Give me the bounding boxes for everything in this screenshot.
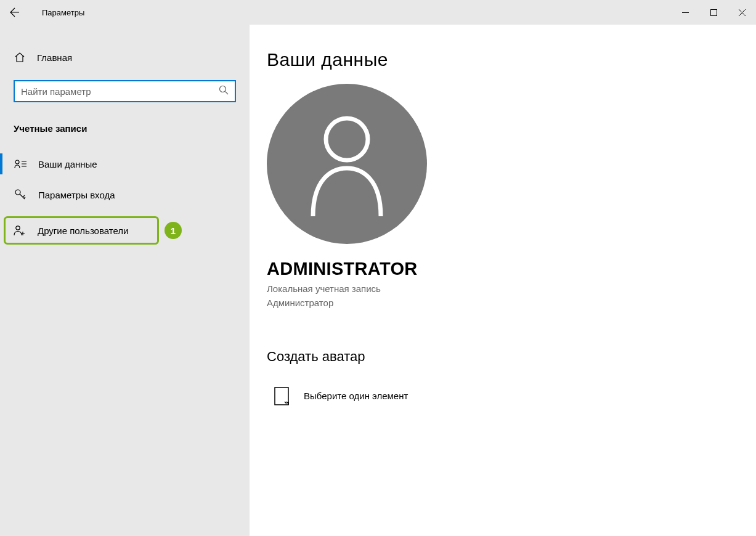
search-icon — [219, 85, 229, 97]
window-title: Параметры — [42, 8, 84, 17]
create-avatar-header: Создать аватар — [267, 349, 756, 365]
sidebar: Главная Учетные записи Ваши данные Парам… — [0, 25, 250, 536]
annotation-number: 1 — [171, 225, 176, 236]
your-info-icon — [14, 159, 27, 169]
minimize-icon — [682, 9, 689, 16]
sidebar-item-your-info[interactable]: Ваши данные — [0, 148, 250, 179]
key-icon — [14, 189, 27, 200]
main-panel: Ваши данные ADMINISTRATOR Локальная учет… — [250, 25, 756, 536]
search-wrap — [14, 80, 236, 102]
home-icon — [14, 52, 26, 63]
back-button[interactable] — [0, 0, 30, 25]
browse-icon — [273, 387, 290, 405]
account-type: Локальная учетная запись — [267, 282, 756, 296]
accounts-section-header: Учетные записи — [0, 123, 250, 134]
svg-point-3 — [15, 190, 20, 195]
sidebar-item-signin-options[interactable]: Параметры входа — [0, 179, 250, 210]
browse-for-one[interactable]: Выберите один элемент — [267, 387, 756, 405]
sidebar-item-label: Параметры входа — [38, 190, 115, 200]
window-controls — [671, 0, 756, 25]
browse-label: Выберите один элемент — [304, 391, 408, 401]
close-icon — [739, 9, 746, 16]
search-input[interactable] — [21, 86, 219, 97]
svg-rect-6 — [275, 388, 288, 405]
sidebar-item-label: Ваши данные — [38, 159, 97, 169]
annotation-badge: 1 — [165, 222, 182, 239]
user-icon — [304, 112, 390, 216]
svg-point-5 — [326, 118, 368, 160]
sidebar-item-other-users[interactable]: Другие пользователи 1 — [4, 216, 159, 245]
username: ADMINISTRATOR — [267, 259, 756, 279]
maximize-icon — [710, 9, 717, 16]
page-title: Ваши данные — [267, 49, 756, 70]
svg-point-2 — [15, 160, 19, 164]
sidebar-item-label: Другие пользователи — [38, 225, 128, 236]
avatar — [267, 84, 427, 244]
svg-point-1 — [220, 86, 226, 92]
search-box[interactable] — [14, 80, 236, 102]
maximize-button[interactable] — [699, 0, 728, 25]
close-button[interactable] — [728, 0, 756, 25]
arrow-left-icon — [10, 7, 20, 17]
minimize-button[interactable] — [671, 0, 699, 25]
home-nav[interactable]: Главная — [0, 47, 250, 68]
account-role: Администратор — [267, 296, 756, 310]
titlebar: Параметры — [0, 0, 756, 25]
add-user-icon — [13, 225, 26, 236]
home-label: Главная — [37, 52, 72, 63]
svg-point-4 — [16, 226, 20, 230]
svg-rect-0 — [710, 9, 717, 15]
